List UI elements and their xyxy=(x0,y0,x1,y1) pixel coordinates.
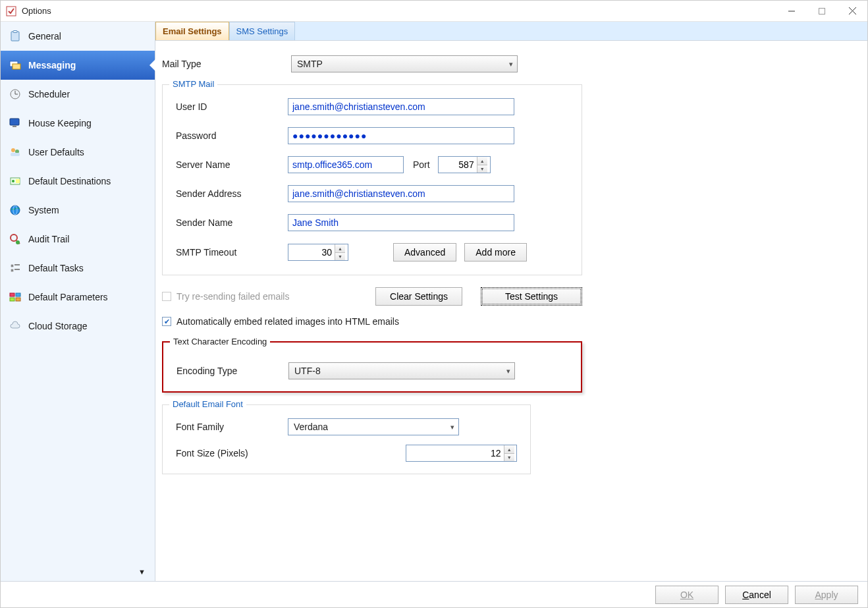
port-input[interactable]: ▲▼ xyxy=(438,156,491,173)
font-family-value: Verdana xyxy=(294,422,328,432)
sidebar-item-label: Default Destinations xyxy=(28,176,111,186)
tasks-icon xyxy=(9,262,22,275)
sender-name-label: Sender Name xyxy=(176,217,288,228)
apply-button[interactable]: Apply xyxy=(795,586,858,604)
monitor-icon xyxy=(9,117,22,130)
spin-down-icon[interactable]: ▼ xyxy=(477,165,487,173)
spin-up-icon[interactable]: ▲ xyxy=(504,445,514,453)
smtp-timeout-value[interactable] xyxy=(288,244,335,260)
maximize-button[interactable] xyxy=(807,1,837,22)
tab-sms-settings[interactable]: SMS Settings xyxy=(229,22,296,40)
svg-rect-13 xyxy=(13,126,16,127)
encoding-type-label: Encoding Type xyxy=(176,366,288,376)
encoding-legend: Text Character Encoding xyxy=(170,337,270,346)
text-encoding-group: Text Character Encoding Encoding Type UT… xyxy=(162,341,582,393)
server-name-input[interactable] xyxy=(288,156,404,173)
sidebar-item-label: Default Tasks xyxy=(28,263,84,273)
font-size-label: Font Size (Pixels) xyxy=(176,448,406,458)
svg-point-23 xyxy=(16,240,20,244)
font-legend: Default Email Font xyxy=(169,399,246,409)
svg-rect-6 xyxy=(13,31,17,33)
cancel-button[interactable]: Cancel xyxy=(725,586,788,604)
chevron-down-icon: ▾ xyxy=(450,423,454,431)
svg-rect-16 xyxy=(11,153,20,156)
font-size-input[interactable]: ▲▼ xyxy=(406,445,517,462)
chevron-down-icon: ▾ xyxy=(509,60,513,69)
user-id-input[interactable] xyxy=(288,98,514,115)
sender-address-label: Sender Address xyxy=(176,188,288,199)
globe-icon xyxy=(9,204,22,217)
embed-checkbox[interactable]: ✔ xyxy=(162,317,171,326)
mail-type-select[interactable]: SMTP ▾ xyxy=(291,55,518,72)
sidebar-item-general[interactable]: General xyxy=(1,22,155,51)
mail-type-value: SMTP xyxy=(297,59,323,69)
test-settings-button[interactable]: Test Settings xyxy=(481,287,582,306)
sidebar-item-defaultdestinations[interactable]: Default Destinations xyxy=(1,167,155,196)
svg-point-18 xyxy=(12,180,14,182)
svg-rect-2 xyxy=(819,8,825,14)
smtp-timeout-input[interactable]: ▲▼ xyxy=(288,244,348,261)
clipboard-icon xyxy=(9,30,22,43)
sidebar-item-label: Messaging xyxy=(28,60,76,70)
sidebar-item-scheduler[interactable]: Scheduler xyxy=(1,80,155,109)
port-value[interactable] xyxy=(439,157,477,173)
svg-rect-5 xyxy=(11,32,19,41)
sidebar-item-label: Default Parameters xyxy=(28,292,108,302)
destinations-icon xyxy=(9,175,22,188)
default-font-group: Default Email Font Font Family Verdana ▾… xyxy=(162,404,531,474)
font-family-select[interactable]: Verdana ▾ xyxy=(288,418,459,435)
ok-button[interactable]: OK xyxy=(655,586,719,604)
encoding-type-select[interactable]: UTF-8 ▾ xyxy=(288,362,515,379)
advanced-button[interactable]: Advanced xyxy=(393,243,456,262)
sidebar-item-defaulttasks[interactable]: Default Tasks xyxy=(1,254,155,283)
sidebar-item-housekeeping[interactable]: House Keeping xyxy=(1,109,155,138)
user-id-label: User ID xyxy=(176,101,288,112)
content-area: Email Settings SMS Settings Mail Type SM… xyxy=(155,22,867,581)
svg-point-19 xyxy=(11,206,20,215)
sender-address-input[interactable] xyxy=(288,185,514,202)
close-button[interactable] xyxy=(837,1,867,22)
sidebar-item-defaultparameters[interactable]: Default Parameters xyxy=(1,283,155,312)
sidebar-item-label: General xyxy=(28,31,61,41)
retry-checkbox-row: Try re-sending failed emails xyxy=(162,291,375,302)
svg-point-21 xyxy=(11,235,17,241)
sidebar-item-label: Scheduler xyxy=(28,89,70,99)
sidebar-item-label: Cloud Storage xyxy=(28,321,88,331)
add-more-button[interactable]: Add more xyxy=(464,243,527,262)
password-input[interactable] xyxy=(288,127,514,144)
svg-rect-24 xyxy=(14,264,20,265)
embed-checkbox-row[interactable]: ✔ Automatically embed related images int… xyxy=(162,316,861,327)
svg-rect-25 xyxy=(14,269,20,270)
font-size-value[interactable] xyxy=(406,445,504,461)
svg-rect-28 xyxy=(10,298,14,301)
clear-settings-button[interactable]: Clear Settings xyxy=(375,287,462,306)
sidebar-item-messaging[interactable]: Messaging xyxy=(1,51,155,80)
tab-bar: Email Settings SMS Settings xyxy=(155,22,867,41)
smtp-timeout-label: SMTP Timeout xyxy=(176,247,288,258)
sidebar-item-userdefaults[interactable]: User Defaults xyxy=(1,138,155,167)
embed-label: Automatically embed related images into … xyxy=(176,316,399,327)
server-name-label: Server Name xyxy=(176,159,288,170)
spin-up-icon[interactable]: ▲ xyxy=(477,157,487,165)
sender-name-input[interactable] xyxy=(288,214,514,231)
tab-email-settings[interactable]: Email Settings xyxy=(155,22,229,40)
svg-rect-29 xyxy=(16,298,20,301)
spin-down-icon[interactable]: ▼ xyxy=(335,252,345,260)
chevron-down-icon: ▾ xyxy=(506,367,510,375)
smtp-mail-group: SMTP Mail User ID Password Server Name P… xyxy=(162,84,582,275)
sidebar-item-cloudstorage[interactable]: Cloud Storage xyxy=(1,312,155,341)
svg-rect-8 xyxy=(13,64,20,69)
sidebar-expander[interactable]: ▼ xyxy=(138,568,146,576)
sidebar-item-audittrail[interactable]: Audit Trail xyxy=(1,225,155,254)
sidebar-item-label: System xyxy=(28,205,59,215)
messaging-icon xyxy=(9,59,22,72)
retry-label: Try re-sending failed emails xyxy=(176,291,289,302)
spin-up-icon[interactable]: ▲ xyxy=(335,244,345,252)
sidebar-item-system[interactable]: System xyxy=(1,196,155,225)
parameters-icon xyxy=(9,290,22,304)
smtp-legend: SMTP Mail xyxy=(169,79,217,89)
dialog-footer: OK Cancel Apply xyxy=(1,581,867,607)
minimize-button[interactable] xyxy=(776,1,807,22)
spin-down-icon[interactable]: ▼ xyxy=(504,453,514,461)
password-label: Password xyxy=(176,130,288,141)
